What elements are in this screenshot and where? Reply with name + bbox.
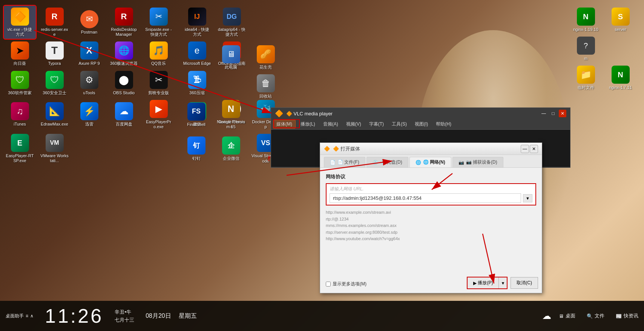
taskbar-assistant: 桌面助手 ≡ ∧	[6, 313, 34, 319]
icon-vlc[interactable]: 🔶 vlc.exe - 快捷方式	[4, 6, 36, 39]
tab-network[interactable]: 🌐 🌐 网络(N)	[409, 157, 451, 167]
icon-xunlei[interactable]: ⚡ 迅雷	[73, 98, 105, 131]
nav-files-label: 文件	[595, 313, 604, 319]
vlc-menubar: 媒体(M) 播放(L) 音频(A) 视频(V) 字幕(T) 工具(S) 视图(I…	[271, 119, 570, 130]
tab-capture-label: 📷 捕获设备(D)	[466, 159, 497, 166]
suggestion-4: rtsp://server.example.org:8080/test.sdp	[326, 229, 536, 236]
dialog-minimize-button[interactable]: —	[521, 145, 529, 153]
play-button[interactable]: ▶ 播放(P)	[468, 277, 498, 288]
dialog-body: 网络协议 请输入网络 URL. ▼ http://www.example.com…	[320, 168, 542, 250]
capture-icon: 📷	[458, 160, 464, 165]
vlc-menu-subtitle[interactable]: 字幕(T)	[366, 120, 387, 128]
cancel-button-label: 取消(C)	[517, 280, 532, 285]
icon-tempfiles[interactable]: 📁 临时文件	[570, 64, 602, 92]
icon-obs[interactable]: ⬤ OBS Studio	[108, 69, 140, 97]
lunar-date: 七月十三	[115, 317, 134, 323]
icon-itunes[interactable]: ♫ iTunes	[4, 98, 36, 131]
icon-qqmusic[interactable]: 🎵 QQ音乐	[143, 40, 175, 68]
tab-capture[interactable]: 📷 📷 捕获设备(D)	[452, 157, 503, 167]
icon-finalshell[interactable]: FS FinalShell	[180, 98, 212, 131]
icon-redisdesktop[interactable]: R RedisDesktopManager	[108, 6, 140, 39]
icon-redis-server[interactable]: R redis-server.exe	[38, 6, 71, 39]
tab-disc[interactable]: 💿 💿 光盘(D)	[366, 157, 408, 167]
cancel-button[interactable]: 取消(C)	[511, 277, 538, 289]
nav-news[interactable]: 📰 快资讯	[616, 313, 638, 319]
dialog-tabs: 📄 📄 文件(F) 💿 💿 光盘(D) 🌐 🌐 网络(N) 📷 📷 捕获设备(D…	[320, 155, 542, 168]
vlc-menu-tools[interactable]: 工具(S)	[389, 120, 410, 128]
taskbar-right: ☁	[542, 311, 551, 321]
icon-360zip[interactable]: 🗜 360压缩	[181, 69, 213, 97]
icon-server[interactable]: S server	[604, 6, 636, 34]
search-icon: 🔍	[587, 313, 593, 319]
suggestion-3: mms://mms.examples.com/stream.asx	[326, 222, 536, 229]
icon-idea64[interactable]: IJ idea64 - 快捷方式	[181, 6, 213, 39]
icon-360manager[interactable]: 🛡 360软件管家	[4, 69, 36, 97]
collapse-icon[interactable]: ∧	[30, 313, 34, 319]
icon-vmware[interactable]: VM VMware Workstati...	[38, 132, 71, 165]
weekday-display: 星期五	[179, 312, 197, 320]
icon-360browser[interactable]: 🌐 360极速浏览器	[108, 40, 140, 68]
network-icon: 🌐	[416, 160, 421, 165]
menu-icon[interactable]: ≡	[26, 313, 28, 319]
vlc-menu-play[interactable]: 播放(L)	[297, 120, 318, 128]
icon-thispc[interactable]: 🖥 此电脑	[215, 43, 247, 72]
icon-easyplayer[interactable]: ▶ EasyPlayerPro.exe	[143, 98, 175, 131]
assistant-label-row: 桌面助手 ≡ ∧	[6, 313, 34, 319]
weather-icon: ☁	[542, 311, 551, 321]
icon-qiyewechat[interactable]: 企 企业微信	[215, 132, 247, 165]
icon-nginx1[interactable]: N nginx-1.19.10	[570, 6, 602, 34]
vlc-title-text: 🔶 VLC media player	[286, 111, 333, 116]
icon-baiduyun[interactable]: ☁ 百度网盘	[108, 98, 140, 131]
icon-huasheng[interactable]: 🥜 花生壳	[250, 43, 282, 72]
dialog-title: 🔶 🔶 打开媒体	[324, 146, 360, 152]
assistant-label: 桌面助手	[6, 313, 24, 319]
vlc-menu-view[interactable]: 视图(I)	[412, 120, 431, 128]
vlc-menu-video[interactable]: 视频(V)	[343, 120, 364, 128]
icon-axure[interactable]: X Axure RP 9	[73, 40, 105, 68]
nav-news-label: 快资讯	[624, 313, 638, 319]
desktop: 🔶 vlc.exe - 快捷方式 R redis-server.exe ✉ Po…	[0, 0, 644, 331]
url-dropdown-button[interactable]: ▼	[523, 194, 532, 202]
show-more-options-label: 显示更多选项(M)	[333, 281, 366, 287]
icon-sunflower[interactable]: ➤ 向日葵	[4, 40, 36, 68]
icon-easyplayertsp[interactable]: E EasyPlayer-RTSP.exe	[4, 132, 36, 165]
icon-capcut[interactable]: ✂ 剪映专业版	[143, 69, 175, 97]
vlc-menu-audio[interactable]: 音频(A)	[320, 120, 341, 128]
vlc-icon: 🔶	[275, 109, 283, 118]
url-input[interactable]	[330, 193, 521, 203]
checkbox-row: 显示更多选项(M)	[326, 281, 366, 287]
icon-utools[interactable]: ⚙ uTools	[73, 69, 105, 97]
vlc-menu-help[interactable]: 帮助(H)	[433, 120, 454, 128]
vlc-window-controls: — □ ✕	[540, 110, 566, 117]
icon-snipaste[interactable]: ✂ Snipaste.exe - 快捷方式	[143, 6, 175, 39]
tab-file-label: 📄 文件(F)	[337, 159, 359, 166]
icon-dingding[interactable]: 钉 钉钉	[180, 132, 212, 165]
icon-typora[interactable]: T Typora	[38, 40, 71, 68]
file-icon: 📄	[330, 160, 336, 165]
vlc-maximize-button[interactable]: □	[549, 110, 557, 117]
vlc-close-button[interactable]: ✕	[559, 110, 566, 117]
taskbar-date-info: 辛丑•牛 七月十三	[115, 309, 134, 323]
desktop-icon-nav: 🖥	[559, 313, 564, 319]
suggestion-5: http://www.youtube.com/watch?v=gg64x	[326, 236, 536, 242]
tab-file[interactable]: 📄 📄 文件(F)	[324, 157, 365, 167]
nav-files[interactable]: 🔍 文件	[587, 313, 604, 319]
tab-network-label: 🌐 网络(N)	[423, 159, 445, 166]
icon-nginx2[interactable]: N nginx-1.7.11	[604, 64, 636, 92]
dialog-close-button[interactable]: ✕	[530, 145, 538, 153]
vlc-minimize-button[interactable]: —	[540, 110, 547, 117]
play-dropdown-button[interactable]: ▼	[498, 277, 507, 288]
show-more-options-checkbox[interactable]	[326, 282, 331, 287]
weekday-text: 星期五	[179, 313, 197, 319]
icon-unknown-m[interactable]: ? m	[570, 35, 602, 63]
icon-postman[interactable]: ✉ Postman	[73, 6, 105, 39]
dialog-titlebar: 🔶 🔶 打开媒体 — ✕	[320, 143, 542, 155]
vlc-menu-media[interactable]: 媒体(M)	[273, 120, 296, 129]
icon-edrawmax[interactable]: 📐 EdrawMax.exe	[38, 98, 71, 131]
icon-msedge[interactable]: e Microsoft Edge	[181, 40, 213, 68]
nav-desktop-label: 桌面	[566, 313, 575, 319]
icon-navicat[interactable]: N Navicat Premium 15	[215, 98, 247, 131]
icon-360security[interactable]: 🛡 360安全卫士	[38, 69, 71, 97]
play-button-group: ▶ 播放(P) ▼	[467, 277, 508, 289]
nav-desktop[interactable]: 🖥 桌面	[559, 313, 575, 319]
